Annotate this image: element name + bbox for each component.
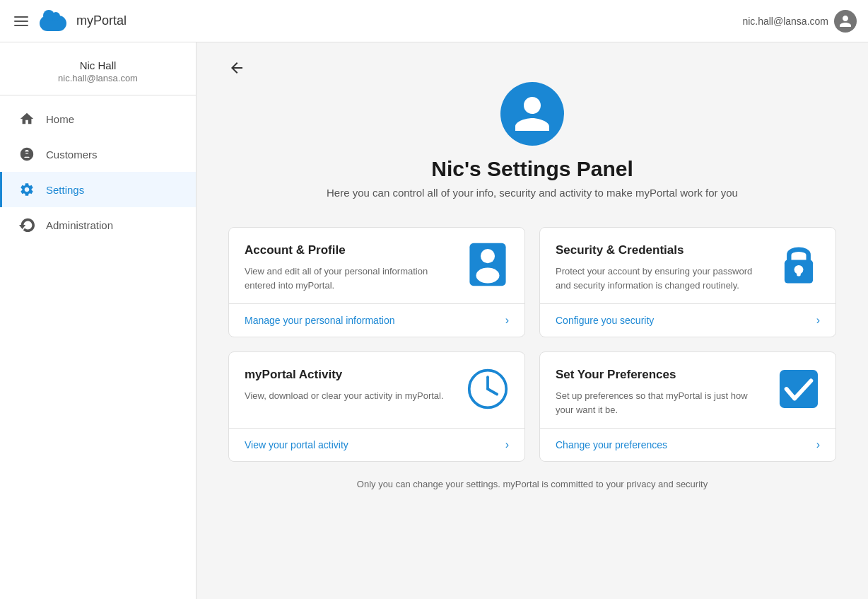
card-security-credentials-body: Security & Credentials Protect your acco… xyxy=(540,228,835,303)
brand-name: myPortal xyxy=(76,13,127,28)
topnav-user-email: nic.hall@lansa.com xyxy=(742,16,828,27)
card-account-profile-text: Account & Profile View and edit all of y… xyxy=(245,243,467,292)
layout: Nic Hall nic.hall@lansa.com Home Custome… xyxy=(0,42,868,599)
card-set-preferences-desc: Set up preferences so that myPortal is j… xyxy=(556,389,766,417)
home-icon xyxy=(19,111,35,127)
page-subtitle: Here you can control all of your info, s… xyxy=(327,187,738,199)
topnav-account-icon[interactable] xyxy=(834,10,857,33)
main-inner: Nic's Settings Panel Here you can contro… xyxy=(228,59,836,489)
card-myportal-activity: myPortal Activity View, download or clea… xyxy=(228,351,525,462)
sidebar: Nic Hall nic.hall@lansa.com Home Custome… xyxy=(0,42,197,599)
sidebar-item-administration[interactable]: Administration xyxy=(0,207,196,243)
card-myportal-activity-chevron-icon: › xyxy=(505,438,509,451)
card-account-profile-title: Account & Profile xyxy=(245,243,455,257)
main-content: Nic's Settings Panel Here you can contro… xyxy=(197,42,868,599)
card-myportal-activity-footer: View your portal activity › xyxy=(229,428,524,461)
card-account-profile-footer: Manage your personal information › xyxy=(229,303,524,337)
svg-point-3 xyxy=(481,249,495,263)
sidebar-item-label-settings: Settings xyxy=(46,184,84,196)
sidebar-user-name: Nic Hall xyxy=(11,59,184,71)
sidebar-item-label-home: Home xyxy=(46,113,74,125)
card-security-credentials-chevron-icon: › xyxy=(816,314,820,327)
card-security-credentials-link[interactable]: Configure you security xyxy=(556,315,654,326)
svg-line-10 xyxy=(488,389,497,395)
card-set-preferences-link[interactable]: Change your preferences xyxy=(556,439,667,450)
lock-icon xyxy=(778,243,820,286)
page-title: Nic's Settings Panel xyxy=(431,157,633,181)
card-set-preferences-text: Set Your Preferences Set up preferences … xyxy=(556,368,778,417)
card-security-credentials-footer: Configure you security › xyxy=(540,303,835,337)
card-account-profile-body: Account & Profile View and edit all of y… xyxy=(229,228,524,303)
avatar-large xyxy=(500,82,564,146)
card-account-profile-link[interactable]: Manage your personal information xyxy=(245,315,394,326)
svg-rect-1 xyxy=(21,156,33,157)
svg-rect-0 xyxy=(21,151,33,153)
card-set-preferences-footer: Change your preferences › xyxy=(540,428,835,461)
customers-icon xyxy=(19,146,35,162)
card-security-credentials-title: Security & Credentials xyxy=(556,243,766,257)
profile-section: Nic's Settings Panel Here you can contro… xyxy=(228,82,836,219)
administration-icon xyxy=(19,217,35,233)
sidebar-item-home[interactable]: Home xyxy=(0,101,196,136)
card-myportal-activity-body: myPortal Activity View, download or clea… xyxy=(229,352,524,428)
footer-note: Only you can change your settings. myPor… xyxy=(228,479,836,489)
sidebar-user-section: Nic Hall nic.hall@lansa.com xyxy=(0,42,196,95)
topnav-left: myPortal xyxy=(11,11,127,31)
card-account-profile: Account & Profile View and edit all of y… xyxy=(228,227,525,337)
hamburger-menu[interactable] xyxy=(11,13,31,29)
sidebar-item-label-administration: Administration xyxy=(46,219,113,231)
card-set-preferences-body: Set Your Preferences Set up preferences … xyxy=(540,352,835,428)
clock-icon xyxy=(467,368,509,410)
card-set-preferences-chevron-icon: › xyxy=(816,438,820,451)
card-myportal-activity-link[interactable]: View your portal activity xyxy=(245,439,348,450)
card-security-credentials: Security & Credentials Protect your acco… xyxy=(539,227,836,337)
sidebar-item-label-customers: Customers xyxy=(46,149,98,161)
card-myportal-activity-desc: View, download or clear your activity in… xyxy=(245,389,455,403)
card-account-profile-desc: View and edit all of your personal infor… xyxy=(245,264,455,292)
back-button[interactable] xyxy=(228,59,245,76)
card-myportal-activity-text: myPortal Activity View, download or clea… xyxy=(245,368,467,403)
card-set-preferences-title: Set Your Preferences xyxy=(556,368,766,382)
sidebar-item-settings[interactable]: Settings xyxy=(0,172,196,207)
card-security-credentials-desc: Protect your account by ensuring your pa… xyxy=(556,264,766,292)
topnav: myPortal nic.hall@lansa.com xyxy=(0,0,868,42)
card-myportal-activity-title: myPortal Activity xyxy=(245,368,455,382)
card-security-credentials-text: Security & Credentials Protect your acco… xyxy=(556,243,778,292)
svg-rect-7 xyxy=(797,269,800,276)
card-set-preferences: Set Your Preferences Set up preferences … xyxy=(539,351,836,462)
svg-point-4 xyxy=(476,268,500,284)
sidebar-item-customers[interactable]: Customers xyxy=(0,136,196,172)
card-account-profile-chevron-icon: › xyxy=(505,314,509,327)
cards-grid: Account & Profile View and edit all of y… xyxy=(228,227,836,462)
sidebar-nav: Home Customers Settings Administration xyxy=(0,95,196,248)
topnav-right: nic.hall@lansa.com xyxy=(742,10,857,33)
settings-icon xyxy=(19,182,35,197)
account-profile-icon xyxy=(467,243,509,286)
sidebar-user-email: nic.hall@lansa.com xyxy=(11,73,184,83)
checkmark-icon xyxy=(778,368,820,410)
cloud-logo-icon xyxy=(40,11,68,31)
